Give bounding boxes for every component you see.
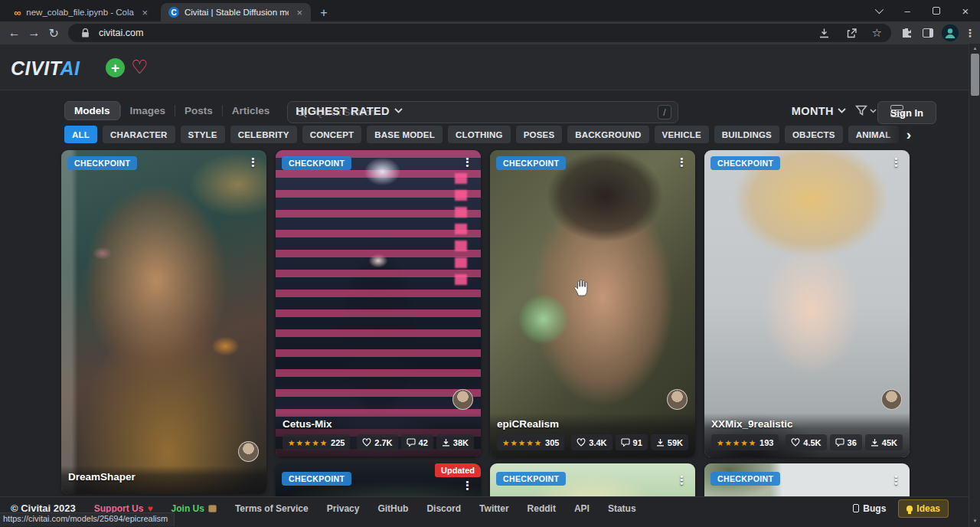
footer-link-api[interactable]: API [574,503,590,514]
lock-icon [77,25,93,41]
tab-close-icon[interactable]: × [139,7,150,18]
create-plus-button[interactable]: + [106,58,125,77]
side-panel-icon[interactable] [920,25,936,41]
window-close-button[interactable]: × [951,0,980,21]
chip-style[interactable]: STYLE [181,126,225,143]
model-type-badge: CHECKPOINT [496,472,566,486]
footer-link-privacy[interactable]: Privacy [327,503,360,514]
footer-link-reddit[interactable]: Reddit [528,503,556,514]
likes-pill: 2.7K [357,434,397,450]
content-type-tabs: Models Images Posts Articles [64,101,279,120]
tab-models[interactable]: Models [64,101,120,120]
rating-pill: ★★★★★193 [711,434,779,450]
model-card-partial[interactable]: CHECKPOINT ⋮ [490,463,695,496]
support-heart-icon[interactable]: ♡ [131,56,148,78]
browser-tab-civitai[interactable]: C Civitai | Stable Diffusion models, × [161,3,311,21]
extensions-puzzle-icon[interactable] [899,25,914,41]
bugs-button[interactable]: Bugs [853,503,886,514]
comments-pill: 36 [830,434,862,450]
comment-icon [407,438,416,447]
footer-link-discord[interactable]: Discord [426,503,461,514]
rating-pill: ★★★★★225 [283,434,350,450]
comments-pill: 42 [401,434,433,450]
scrollbar-thumb[interactable] [971,54,979,96]
civitai-logo[interactable]: CIVITAI [11,57,80,80]
creator-avatar[interactable] [667,389,688,410]
creator-avatar[interactable] [452,389,473,410]
window-maximize-button[interactable] [922,0,951,21]
chip-buildings[interactable]: BUILDINGS [714,126,779,143]
card-menu-kebab-icon[interactable]: ⋮ [671,472,692,489]
card-menu-kebab-icon[interactable]: ⋮ [886,472,906,489]
model-card-cetus-mix[interactable]: CHECKPOINT ⋮ Cetus-Mix ★★★★★225 2.7K 42 … [276,150,481,457]
star-icons: ★★★★★ [502,438,542,447]
address-bar[interactable]: civitai.com ☆ [68,24,891,42]
chips-scroll-right[interactable]: › [884,124,913,145]
page-scrollbar[interactable]: ▲ ▼ [969,44,980,527]
card-menu-kebab-icon[interactable]: ⋮ [457,154,478,171]
scroll-up-arrow[interactable]: ▲ [969,44,980,53]
back-button[interactable]: ← [5,23,24,44]
model-card-partial[interactable]: CHECKPOINT ⋮ [704,463,910,496]
browser-tab-strip: ∞ new_colab_file.ipynb - Colaborat × C C… [0,0,980,21]
downloads-pill: 59K [651,434,688,450]
site-header: CIVITAI + ♡ / Sign In [0,44,969,90]
scroll-down-arrow[interactable]: ▼ [969,516,980,525]
reload-button[interactable]: ↻ [44,23,64,44]
footer-link-terms[interactable]: Terms of Service [235,503,309,514]
chip-objects[interactable]: OBJECTS [785,126,843,143]
updated-badge: Updated [435,463,481,477]
window-minimize-button[interactable]: – [893,0,922,21]
new-tab-button[interactable]: + [315,5,332,21]
filter-funnel-dropdown[interactable] [855,105,877,116]
download-icon[interactable] [817,25,832,41]
ideas-button[interactable]: Ideas [898,499,949,518]
creator-avatar[interactable] [881,389,902,410]
chip-clothing[interactable]: CLOTHING [448,126,511,143]
creator-avatar[interactable] [238,441,259,462]
bookmark-star-icon[interactable]: ☆ [872,26,882,40]
chevron-down-icon [870,109,877,113]
chip-all[interactable]: ALL [64,126,97,143]
model-type-badge: CHECKPOINT [282,156,351,170]
period-dropdown[interactable]: MONTH [792,105,846,117]
chip-background[interactable]: BACKGROUND [567,126,648,143]
window-menu-chevron-icon[interactable] [864,0,893,21]
tab-articles[interactable]: Articles [223,102,279,119]
card-menu-kebab-icon[interactable]: ⋮ [457,477,478,494]
footer-link-github[interactable]: GitHub [377,503,408,514]
chip-vehicle[interactable]: VEHICLE [655,126,709,143]
footer-link-twitter[interactable]: Twitter [479,503,508,514]
model-card-xxmix9realistic[interactable]: CHECKPOINT ⋮ XXMix_9realistic ★★★★★193 4… [704,150,910,457]
chip-poses[interactable]: POSES [516,126,563,143]
chip-celebrity[interactable]: CELEBRITY [230,126,297,143]
model-preview-image [704,150,910,457]
card-menu-kebab-icon[interactable]: ⋮ [886,154,906,171]
footer-link-status[interactable]: Status [608,503,636,514]
chip-character[interactable]: CHARACTER [103,126,175,143]
tab-posts[interactable]: Posts [175,102,222,119]
browser-profile-avatar[interactable] [942,25,959,41]
tab-close-icon[interactable]: × [294,7,305,18]
chip-concept[interactable]: CONCEPT [302,126,362,143]
url-text[interactable]: civitai.com [99,28,811,38]
tab-title: Civitai | Stable Diffusion models, [185,8,289,17]
model-preview-image [276,150,481,457]
card-menu-kebab-icon[interactable]: ⋮ [671,154,692,171]
likes-pill: 3.4K [571,434,612,450]
chip-base-model[interactable]: BASE MODEL [367,126,443,143]
tab-images[interactable]: Images [121,102,175,119]
model-card-dreamshaper[interactable]: CHECKPOINT ⋮ DreamShaper [61,150,266,494]
chevron-down-icon [394,108,403,113]
card-menu-kebab-icon[interactable]: ⋮ [243,154,263,171]
footer-link-join-us[interactable]: Join Us [172,503,217,514]
layout-toggle-icon[interactable] [890,105,903,117]
model-card-partial[interactable]: CHECKPOINT Updated ⋮ [276,463,481,496]
browser-menu-kebab-icon[interactable]: ⋮ [965,27,975,39]
browser-tab-colab[interactable]: ∞ new_colab_file.ipynb - Colaborat × [6,3,156,21]
model-card-epicrealism[interactable]: CHECKPOINT ⋮ epiCRealism ★★★★★305 3.4K 9… [490,150,695,457]
share-icon[interactable] [844,25,860,41]
model-title: DreamShaper [68,471,260,483]
sort-dropdown[interactable]: HIGHEST RATED [296,105,403,117]
forward-button[interactable]: → [24,23,44,44]
